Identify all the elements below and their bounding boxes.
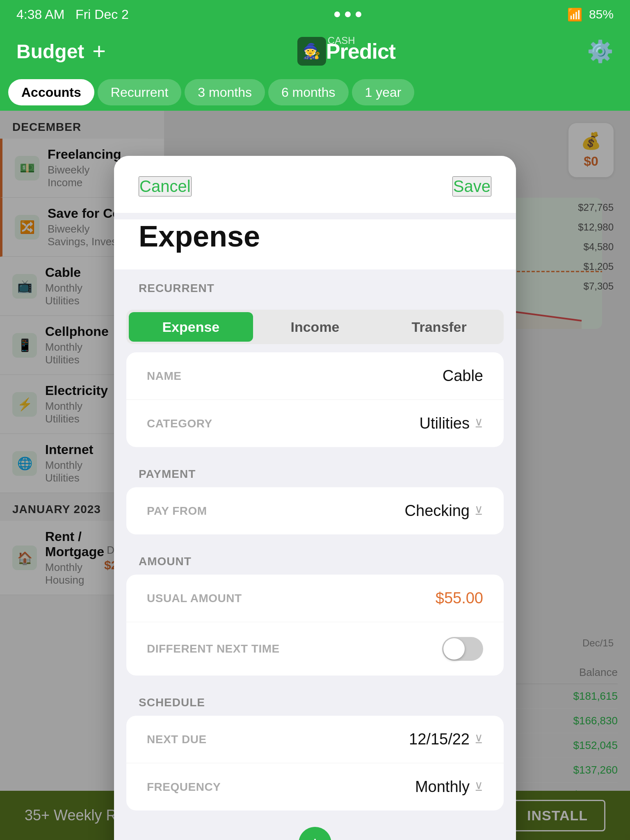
usual-amount-label: USUAL AMOUNT (147, 592, 242, 605)
frequency-row: FREQUENCY Monthly ⊻ (126, 763, 504, 810)
app-logo: 🧙 CASH Predict (297, 37, 395, 66)
modal-header: Cancel Save (114, 156, 516, 213)
name-value[interactable]: Cable (443, 367, 483, 385)
amount-label: AMOUNT (114, 543, 516, 575)
main-content: DECEMBER 💵 Freelancing BiweeklyIncome 🔀 … (0, 111, 630, 840)
expense-segment[interactable]: Expense (129, 312, 253, 342)
pay-from-label: PAY FROM (147, 504, 207, 518)
next-due-value[interactable]: 12/15/22 ⊻ (409, 730, 483, 748)
payment-card: PAY FROM Checking ⊻ (126, 487, 504, 534)
segment-control: Expense Income Transfer (126, 310, 504, 344)
pay-from-dropdown-icon: ⊻ (475, 504, 483, 518)
usual-amount-value[interactable]: $55.00 (436, 589, 483, 607)
frequency-dropdown-icon: ⊻ (475, 780, 483, 794)
frequency-label: FREQUENCY (147, 781, 221, 794)
modal-title: Expense (139, 219, 491, 253)
category-dropdown-icon: ⊻ (475, 417, 483, 430)
next-due-dropdown-icon: ⊻ (475, 733, 483, 746)
schedule-label: SCHEDULE (114, 684, 516, 716)
expand-button[interactable]: + (299, 827, 331, 840)
name-row: NAME Cable (126, 352, 504, 400)
app-header: Budget + 🧙 CASH Predict ⚙️ (0, 29, 630, 74)
modal-bottom-section: + (114, 819, 516, 840)
name-label: NAME (147, 370, 181, 383)
name-category-card: NAME Cable CATEGORY Utilities ⊻ (126, 352, 504, 447)
budget-title: Budget (16, 40, 84, 63)
app-sub: CASH (328, 35, 355, 46)
tab-recurrent[interactable]: Recurrent (98, 79, 182, 105)
status-dots (334, 11, 361, 17)
add-button[interactable]: + (92, 40, 106, 63)
app-name-wrapper: CASH Predict (326, 39, 395, 64)
pay-from-value[interactable]: Checking ⊻ (405, 502, 483, 520)
status-time: 4:38 AM Fri Dec 2 (16, 7, 129, 22)
next-due-label: NEXT DUE (147, 733, 207, 746)
wifi-icon: 📶 (567, 7, 582, 22)
pay-from-row: PAY FROM Checking ⊻ (126, 487, 504, 534)
settings-icon[interactable]: ⚙️ (587, 39, 614, 64)
recurrent-label: RECURRENT (114, 269, 516, 301)
status-icons: 📶 85% (567, 7, 614, 22)
different-next-time-toggle[interactable] (442, 637, 483, 661)
cancel-button[interactable]: Cancel (139, 176, 192, 196)
app-icon: 🧙 (297, 37, 326, 66)
different-next-time-label: DIFFERENT NEXT TIME (147, 642, 280, 655)
different-next-time-row: DIFFERENT NEXT TIME (126, 622, 504, 676)
category-row: CATEGORY Utilities ⊻ (126, 400, 504, 447)
status-bar: 4:38 AM Fri Dec 2 📶 85% (0, 0, 630, 29)
nav-tabs: Accounts Recurrent 3 months 6 months 1 y… (0, 74, 630, 111)
amount-card: USUAL AMOUNT $55.00 DIFFERENT NEXT TIME (126, 575, 504, 676)
modal-overlay: Cancel Save Expense RECURRENT Expense In… (0, 111, 630, 840)
tab-accounts[interactable]: Accounts (8, 79, 94, 105)
frequency-value[interactable]: Monthly ⊻ (415, 778, 483, 796)
expense-modal: Cancel Save Expense RECURRENT Expense In… (114, 156, 516, 840)
payment-label: PAYMENT (114, 455, 516, 487)
tab-3months[interactable]: 3 months (185, 79, 265, 105)
tab-1year[interactable]: 1 year (352, 79, 415, 105)
battery-icon: 85% (589, 7, 614, 21)
category-label: CATEGORY (147, 417, 212, 430)
save-button[interactable]: Save (452, 176, 491, 196)
header-left: Budget + (16, 40, 106, 63)
next-due-row: NEXT DUE 12/15/22 ⊻ (126, 716, 504, 763)
schedule-card: NEXT DUE 12/15/22 ⊻ FREQUENCY Monthly ⊻ (126, 716, 504, 810)
category-value[interactable]: Utilities ⊻ (420, 415, 483, 432)
tab-6months[interactable]: 6 months (268, 79, 349, 105)
usual-amount-row: USUAL AMOUNT $55.00 (126, 575, 504, 622)
income-segment[interactable]: Income (253, 312, 377, 342)
transfer-segment[interactable]: Transfer (377, 312, 501, 342)
